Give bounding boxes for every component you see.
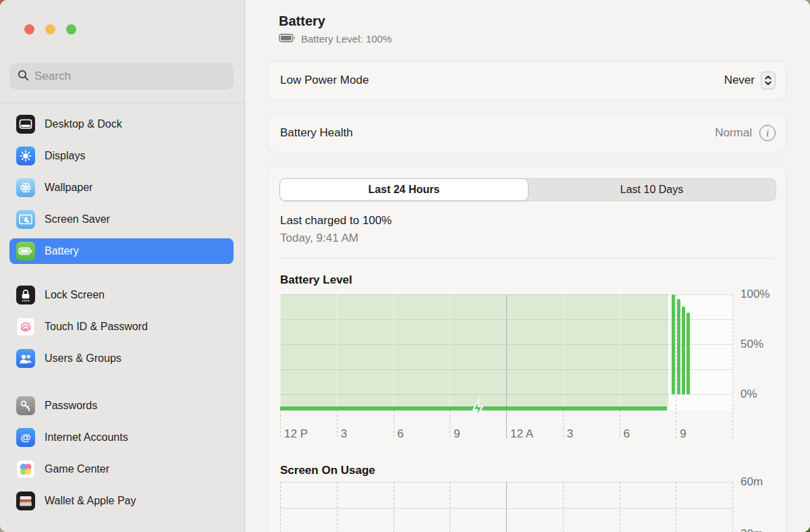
sidebar-item-label: Users & Groups xyxy=(45,352,122,365)
battery-glyph-icon xyxy=(279,33,296,45)
users-groups-icon xyxy=(16,349,35,368)
sidebar-item-label: Internet Accounts xyxy=(45,431,128,444)
gridline-vertical xyxy=(620,406,620,438)
gridline-vertical xyxy=(450,406,450,438)
charging-bolt-icon xyxy=(470,398,485,422)
info-icon[interactable]: i xyxy=(759,125,776,141)
y-axis-label: 100% xyxy=(740,288,770,301)
gridline-vertical xyxy=(506,482,507,532)
sidebar-item-label: Battery xyxy=(45,245,79,257)
gridline-vertical xyxy=(280,406,281,438)
x-axis-label: 6 xyxy=(398,427,404,441)
low-power-mode-stepper[interactable] xyxy=(761,72,776,89)
sidebar-item-label: Desktop & Dock xyxy=(45,118,122,130)
gridline-vertical xyxy=(337,482,338,532)
sidebar-item-passwords[interactable]: Passwords xyxy=(9,390,234,422)
gridline-vertical xyxy=(676,482,676,532)
zoom-button[interactable] xyxy=(66,24,76,34)
svg-text:@: @ xyxy=(20,431,30,443)
battery-level-bar xyxy=(682,307,685,394)
gridline-vertical xyxy=(394,294,394,406)
battery-status: Battery Level: 100% xyxy=(279,33,392,45)
gridline-vertical xyxy=(337,294,338,406)
gridline-vertical xyxy=(563,406,564,438)
battery-level-bar xyxy=(677,299,680,394)
touch-id-icon xyxy=(16,317,35,336)
sidebar-item-wallpaper[interactable]: Wallpaper xyxy=(9,171,234,203)
usage-card: Last 24 Hours Last 10 Days Last charged … xyxy=(268,166,786,532)
sidebar-item-displays[interactable]: Displays xyxy=(9,140,234,171)
sidebar-divider xyxy=(0,103,244,103)
gridline-vertical xyxy=(563,482,564,532)
y-axis-label: 30m xyxy=(740,527,763,532)
x-axis-label: 6 xyxy=(624,427,630,441)
wallet-icon xyxy=(16,491,35,510)
y-axis-label: 0% xyxy=(740,388,757,401)
search-placeholder: Search xyxy=(34,70,71,83)
screen-saver-icon xyxy=(16,210,35,229)
sidebar-item-label: Displays xyxy=(45,150,85,162)
tab-last-10-days[interactable]: Last 10 Days xyxy=(528,179,776,201)
sidebar-item-lock-screen[interactable]: Lock Screen xyxy=(9,280,234,311)
gridline-vertical xyxy=(620,294,620,406)
gridline-vertical xyxy=(563,294,564,406)
gridline-vertical xyxy=(450,482,450,532)
gridline-vertical xyxy=(394,406,394,438)
low-power-mode-value: Never xyxy=(724,74,755,87)
sidebar-item-battery[interactable]: Battery xyxy=(9,238,234,264)
system-settings-window: Search Desktop & DockDisplaysWallpaperSc… xyxy=(0,0,810,532)
screen-on-usage-chart-title: Screen On Usage xyxy=(280,464,375,477)
sidebar-item-label: Passwords xyxy=(45,400,97,412)
window-controls xyxy=(24,24,76,34)
battery-health-row: Battery Health Normal i xyxy=(268,113,786,153)
gridline-vertical xyxy=(280,294,281,406)
screen-on-usage-chart: 60m30m xyxy=(280,482,732,532)
sidebar-item-wallet-apple-pay[interactable]: Wallet & Apple Pay xyxy=(9,485,234,517)
gridline-vertical xyxy=(450,294,450,406)
gridline-vertical xyxy=(620,482,620,532)
x-axis-label: 3 xyxy=(567,427,573,441)
sidebar-group: Lock ScreenTouch ID & PasswordUsers & Gr… xyxy=(9,280,234,375)
x-axis-label: 12 A xyxy=(510,427,533,441)
y-axis-label: 60m xyxy=(740,475,763,489)
internet-accounts-icon: @ xyxy=(16,428,35,447)
time-range-segmented-control: Last 24 Hours Last 10 Days xyxy=(279,178,776,201)
search-input[interactable]: Search xyxy=(9,63,234,90)
lock-screen-icon xyxy=(16,286,35,304)
gridline-vertical xyxy=(732,482,733,532)
close-button[interactable] xyxy=(24,24,34,34)
displays-icon xyxy=(16,147,35,165)
x-axis-label: 9 xyxy=(454,427,460,441)
battery-level-bar xyxy=(672,294,675,394)
gridline-vertical xyxy=(394,482,394,532)
minimize-button[interactable] xyxy=(45,24,55,34)
battery-level-chart: 100%50%0%12 P36912 A369 xyxy=(280,294,732,443)
sidebar-item-desktop-dock[interactable]: Desktop & Dock xyxy=(9,108,234,140)
sidebar-item-users-groups[interactable]: Users & Groups xyxy=(9,343,234,375)
battery-health-value: Normal xyxy=(715,126,752,140)
x-axis-label: 3 xyxy=(341,427,347,441)
battery-area-fill xyxy=(280,294,668,406)
game-center-icon xyxy=(16,460,35,479)
sidebar-item-label: Lock Screen xyxy=(45,289,105,301)
sidebar-item-game-center[interactable]: Game Center xyxy=(9,454,234,485)
battery-icon xyxy=(16,242,35,261)
y-axis-label: 50% xyxy=(740,338,763,351)
gridline-vertical xyxy=(280,482,281,532)
sidebar-item-internet-accounts[interactable]: @Internet Accounts xyxy=(9,422,234,454)
page-title: Battery xyxy=(279,14,325,29)
tab-last-24-hours[interactable]: Last 24 Hours xyxy=(280,179,528,201)
x-axis-label: 9 xyxy=(680,427,686,441)
last-charged-title: Last charged to 100% xyxy=(280,214,392,228)
sidebar-item-touch-id-password[interactable]: Touch ID & Password xyxy=(9,311,234,343)
sidebar-item-label: Game Center xyxy=(45,463,109,475)
sidebar-item-label: Touch ID & Password xyxy=(45,321,148,333)
sidebar-item-screen-saver[interactable]: Screen Saver xyxy=(9,203,234,235)
low-power-mode-row: Low Power Mode Never xyxy=(268,61,786,100)
sidebar-group: Desktop & DockDisplaysWallpaperScreen Sa… xyxy=(9,108,234,264)
passwords-icon xyxy=(16,396,35,415)
sidebar-item-label: Screen Saver xyxy=(45,213,110,225)
search-icon xyxy=(18,70,29,84)
x-axis-label: 12 P xyxy=(284,427,308,441)
sidebar-item-label: Wallet & Apple Pay xyxy=(45,495,136,507)
